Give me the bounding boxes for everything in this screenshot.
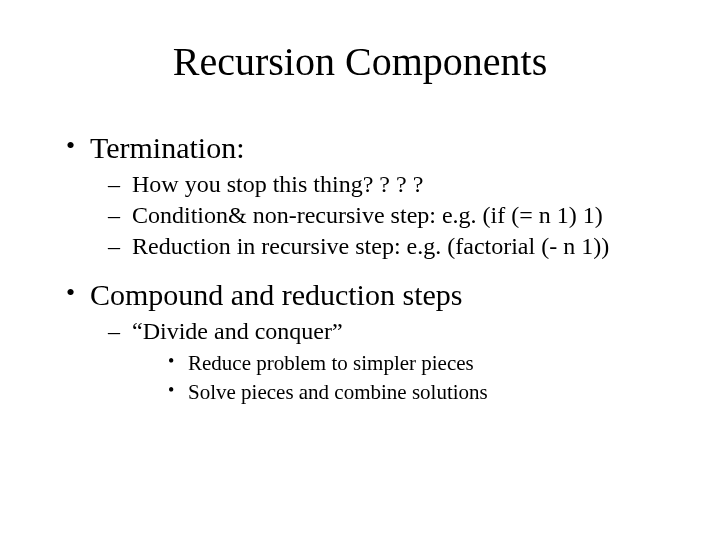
sub-bullet-item: Reduction in recursive step: e.g. (facto…	[90, 233, 660, 260]
sub-bullet-text: Condition& non-recursive step: e.g. (if …	[132, 202, 603, 228]
subsub-bullet-item: Reduce problem to simpler pieces	[132, 351, 660, 376]
subsub-bullet-text: Solve pieces and combine solutions	[188, 380, 488, 404]
subsub-bullet-item: Solve pieces and combine solutions	[132, 380, 660, 405]
sub-bullet-text: How you stop this thing? ? ? ?	[132, 171, 423, 197]
bullet-item: Compound and reduction steps “Divide and…	[60, 278, 660, 405]
sub-bullet-list: “Divide and conquer” Reduce problem to s…	[90, 318, 660, 405]
slide-title: Recursion Components	[60, 38, 660, 85]
sub-bullet-item: How you stop this thing? ? ? ?	[90, 171, 660, 198]
sub-bullet-item: Condition& non-recursive step: e.g. (if …	[90, 202, 660, 229]
subsub-bullet-text: Reduce problem to simpler pieces	[188, 351, 474, 375]
subsub-bullet-list: Reduce problem to simpler pieces Solve p…	[132, 351, 660, 405]
slide: Recursion Components Termination: How yo…	[0, 0, 720, 540]
sub-bullet-text: “Divide and conquer”	[132, 318, 343, 344]
bullet-text: Compound and reduction steps	[90, 278, 462, 311]
sub-bullet-text: Reduction in recursive step: e.g. (facto…	[132, 233, 609, 259]
bullet-item: Termination: How you stop this thing? ? …	[60, 131, 660, 260]
sub-bullet-list: How you stop this thing? ? ? ? Condition…	[90, 171, 660, 260]
sub-bullet-item: “Divide and conquer” Reduce problem to s…	[90, 318, 660, 405]
bullet-list: Termination: How you stop this thing? ? …	[60, 131, 660, 405]
bullet-text: Termination:	[90, 131, 245, 164]
